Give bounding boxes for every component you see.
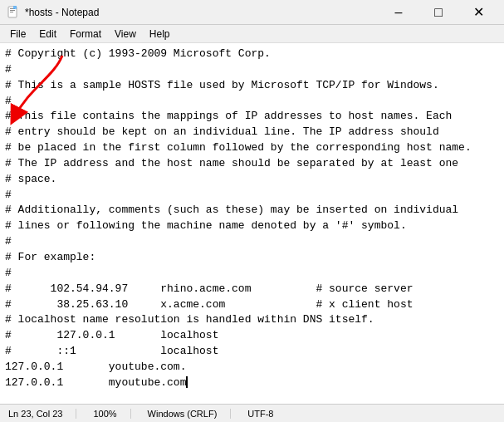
line-13: # [5,234,499,250]
line-23: 127.0.0.1 myoutube.com [5,375,499,391]
line-10: # [5,188,499,204]
line-3: # This is a sample HOSTS file used by Mi… [5,78,499,94]
minimize-button[interactable]: – [379,1,418,24]
menu-bar: File Edit Format View Help [0,25,504,43]
line-1: # Copyright (c) 1993-2009 Microsoft Corp… [5,47,499,62]
title-bar-left: *hosts - Notepad [7,6,99,19]
line-17: # 38.25.63.10 x.acme.com # x client host [5,297,499,313]
svg-rect-3 [10,12,13,12]
editor-area[interactable]: # Copyright (c) 1993-2009 Microsoft Corp… [0,43,504,404]
title-text: *hosts - Notepad [25,7,99,18]
line-4: # [5,94,499,110]
title-controls: – □ ✕ [379,1,497,24]
cursor-position: Ln 23, Col 23 [8,409,76,419]
menu-format[interactable]: Format [63,27,108,42]
line-9: # space. [5,172,499,188]
line-22: 127.0.0.1 youtube.com. [5,360,499,375]
line-15: # [5,266,499,282]
svg-rect-4 [13,6,17,9]
close-button[interactable]: ✕ [459,1,497,24]
line-7: # be placed in the first column followed… [5,140,499,156]
menu-view[interactable]: View [108,27,143,42]
line-20: # 127.0.0.1 localhost [5,328,499,344]
line-2: # [5,62,499,78]
line-11: # Additionally, comments (such as these)… [5,203,499,218]
menu-file[interactable]: File [3,27,32,42]
zoom-level: 100% [93,409,130,419]
encoding: UTF-8 [247,409,286,419]
editor-content[interactable]: # Copyright (c) 1993-2009 Microsoft Corp… [0,43,504,404]
line-12: # lines or following the machine name de… [5,218,499,234]
line-ending: Windows (CRLF) [148,409,232,419]
menu-edit[interactable]: Edit [32,27,63,42]
line-5: # This file contains the mappings of IP … [5,109,499,125]
line-21: # ::1 localhost [5,344,499,360]
line-6: # entry should be kept on an individual … [5,125,499,140]
menu-help[interactable]: Help [143,27,177,42]
svg-rect-2 [10,10,15,11]
app-icon [7,6,20,19]
maximize-button[interactable]: □ [419,1,458,24]
line-14: # For example: [5,250,499,266]
title-bar: *hosts - Notepad – □ ✕ [0,0,504,25]
text-cursor [186,376,188,388]
line-19: # localhost name resolution is handled w… [5,312,499,328]
line-8: # The IP address and the host name shoul… [5,156,499,172]
line-16: # 102.54.94.97 rhino.acme.com # source s… [5,282,499,297]
status-bar: Ln 23, Col 23 100% Windows (CRLF) UTF-8 [0,404,504,422]
